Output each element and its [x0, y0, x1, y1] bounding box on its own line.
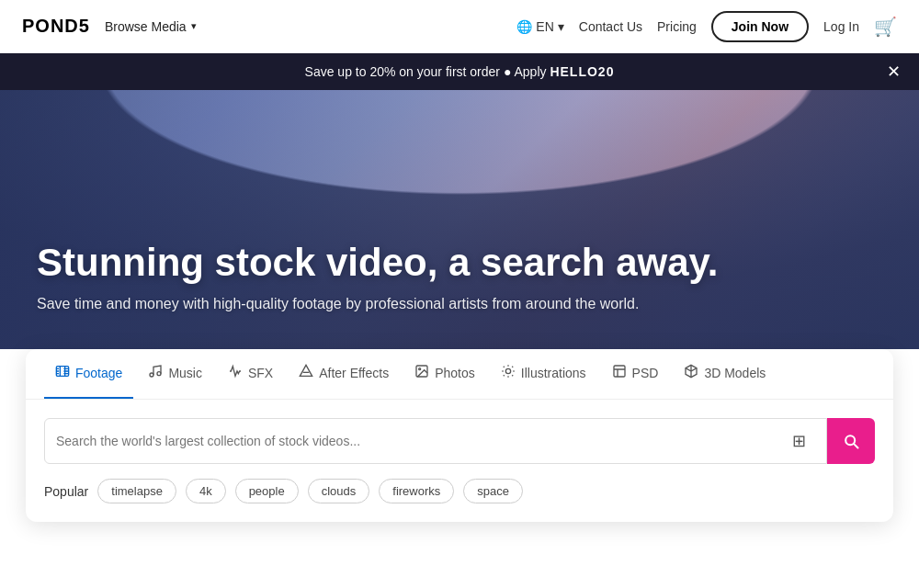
search-card: FootageMusicSFXAfter EffectsPhotosIllust…	[26, 349, 893, 522]
illustrations-tab-label: Illustrations	[521, 366, 586, 380]
sfx-tab-label: SFX	[248, 366, 273, 380]
popular-tag-clouds[interactable]: clouds	[308, 479, 370, 503]
globe-icon: 🌐	[516, 19, 532, 34]
tab-sfx[interactable]: SFX	[217, 349, 284, 399]
search-input[interactable]	[56, 434, 783, 448]
popular-tag-people[interactable]: people	[235, 479, 299, 503]
photos-tab-icon	[414, 364, 429, 382]
navbar: POND5 Browse Media ▾ 🌐 EN ▾ Contact Us P…	[0, 0, 919, 53]
psd-tab-icon	[612, 364, 627, 382]
lang-label: EN	[536, 19, 553, 34]
lang-chevron-icon: ▾	[558, 19, 564, 34]
popular-label: Popular	[44, 484, 88, 499]
3d-models-tab-icon	[684, 364, 698, 382]
tab-music[interactable]: Music	[137, 349, 213, 399]
popular-tag-space[interactable]: space	[463, 479, 523, 503]
search-button[interactable]	[827, 418, 875, 464]
after-effects-tab-icon	[299, 364, 313, 382]
svg-rect-8	[614, 366, 625, 377]
illustrations-tab-icon	[501, 364, 516, 382]
join-now-button[interactable]: Join Now	[711, 11, 809, 42]
tab-3d-models[interactable]: 3D Models	[673, 349, 777, 399]
close-announcement-button[interactable]: ✕	[887, 62, 901, 82]
hero-title: Stunning stock video, a search away.	[37, 241, 718, 285]
tab-illustrations[interactable]: Illustrations	[490, 349, 597, 399]
footage-tab-icon	[55, 364, 70, 382]
svg-point-6	[419, 368, 421, 370]
search-icon	[842, 432, 860, 450]
popular-row: Popular timelapse4kpeoplecloudsfireworks…	[26, 479, 893, 522]
tab-psd[interactable]: PSD	[601, 349, 670, 399]
psd-tab-label: PSD	[632, 366, 659, 380]
search-row: ⊞	[26, 400, 893, 479]
chevron-down-icon: ▾	[191, 20, 197, 32]
browse-media-label: Browse Media	[105, 19, 187, 34]
tab-footage[interactable]: Footage	[44, 349, 133, 399]
logo: POND5	[22, 16, 90, 37]
after-effects-tab-label: After Effects	[319, 366, 389, 380]
nav-left: POND5 Browse Media ▾	[22, 16, 204, 38]
popular-tag-timelapse[interactable]: timelapse	[97, 479, 176, 503]
search-input-wrap: ⊞	[44, 418, 827, 464]
tab-photos[interactable]: Photos	[403, 349, 486, 399]
announcement-bar: Save up to 20% on your first order ● App…	[0, 53, 919, 90]
announcement-bullet: ●	[504, 64, 515, 79]
music-tab-label: Music	[168, 366, 202, 380]
log-in-link[interactable]: Log In	[823, 19, 859, 34]
music-tab-icon	[148, 364, 163, 382]
pricing-link[interactable]: Pricing	[657, 19, 697, 34]
tab-after-effects[interactable]: After Effects	[288, 349, 400, 399]
popular-tag-fireworks[interactable]: fireworks	[379, 479, 454, 503]
3d-models-tab-label: 3D Models	[704, 366, 766, 380]
sfx-tab-icon	[228, 364, 243, 382]
language-button[interactable]: 🌐 EN ▾	[516, 19, 563, 34]
hero-section: Stunning stock video, a search away. Sav…	[0, 90, 919, 349]
category-tabs: FootageMusicSFXAfter EffectsPhotosIllust…	[26, 349, 893, 400]
announcement-text: Save up to 20% on your first order	[305, 64, 500, 79]
announcement-apply: Apply	[514, 64, 546, 79]
ai-search-button[interactable]: ⊞	[783, 431, 815, 451]
browse-media-button[interactable]: Browse Media ▾	[97, 16, 204, 38]
svg-point-7	[505, 368, 510, 373]
popular-tag-4k[interactable]: 4k	[186, 479, 226, 503]
contact-us-link[interactable]: Contact Us	[579, 19, 642, 34]
hero-subtitle: Save time and money with high-quality fo…	[37, 296, 718, 312]
cart-icon[interactable]: 🛒	[874, 16, 897, 38]
footage-tab-label: Footage	[75, 366, 122, 380]
svg-point-1	[150, 373, 153, 377]
hero-content: Stunning stock video, a search away. Sav…	[0, 241, 754, 312]
photos-tab-label: Photos	[435, 366, 475, 380]
promo-code: HELLO20	[550, 64, 614, 79]
svg-marker-3	[301, 365, 312, 376]
svg-point-2	[157, 372, 161, 376]
nav-right: 🌐 EN ▾ Contact Us Pricing Join Now Log I…	[516, 11, 897, 42]
ai-search-icon: ⊞	[792, 431, 806, 451]
